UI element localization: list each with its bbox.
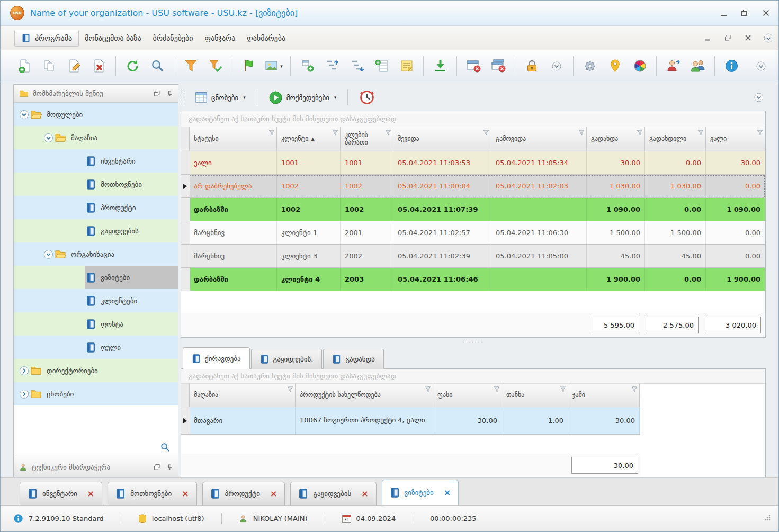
mdi-restore-icon[interactable] xyxy=(723,34,732,42)
filter-icon[interactable] xyxy=(180,54,202,78)
filter-funnel-icon[interactable] xyxy=(483,130,489,138)
close-tab-icon[interactable]: × xyxy=(182,490,189,498)
menu-window[interactable]: ფანჯარა xyxy=(199,30,241,46)
info-icon[interactable] xyxy=(13,513,23,524)
new-document-icon[interactable] xyxy=(13,54,35,78)
tree-item-inventory[interactable]: ინვენტარი xyxy=(14,149,178,173)
add-subtree-icon[interactable] xyxy=(296,54,318,78)
edit-icon[interactable] xyxy=(63,54,85,78)
settings-icon[interactable] xyxy=(579,54,601,78)
lock-icon[interactable] xyxy=(521,54,543,78)
add-record-icon[interactable] xyxy=(371,54,393,78)
expand-node-icon[interactable] xyxy=(19,389,29,399)
export-icon[interactable] xyxy=(429,54,451,78)
filter-funnel-icon[interactable] xyxy=(287,386,293,394)
tree-item-modules[interactable]: მოდულები xyxy=(14,103,178,126)
tree-search-icon[interactable] xyxy=(160,442,171,455)
schedule-clock-button[interactable] xyxy=(355,87,379,108)
expand-node-icon[interactable] xyxy=(19,366,29,376)
restore-icon[interactable] xyxy=(740,9,749,17)
tree-item-reports[interactable]: ცნობები xyxy=(14,382,178,405)
panel-restore-icon[interactable] xyxy=(153,89,161,98)
tree-item-clients[interactable]: კლიენტები xyxy=(14,289,178,312)
menu-database[interactable]: მონაცემთა ბაზა xyxy=(79,30,147,46)
filter-funnel-icon[interactable] xyxy=(697,130,704,138)
collapse-node-icon[interactable] xyxy=(43,249,53,259)
flag-icon[interactable] xyxy=(238,54,260,78)
actions-dropdown-button[interactable]: მოქმედებები▾ xyxy=(264,88,341,107)
panel-splitter[interactable]: ······· xyxy=(181,338,766,346)
filter-funnel-icon[interactable] xyxy=(578,130,585,138)
tree-item-directories[interactable]: დირექტორიები xyxy=(14,359,178,382)
refresh-icon[interactable] xyxy=(121,54,144,78)
close-tab-icon[interactable]: × xyxy=(444,489,451,497)
column-header-amount[interactable]: თანხა xyxy=(502,384,568,407)
toolbar-customize-icon[interactable] xyxy=(750,54,772,78)
column-header-payment[interactable]: გადახდა xyxy=(587,127,645,151)
column-header-product-name[interactable]: პროდუქტის სახელწოდება xyxy=(296,384,433,407)
column-header-total[interactable]: ჯამი xyxy=(568,384,640,407)
tree-item-money[interactable]: ფული xyxy=(14,336,178,359)
column-header-status[interactable]: სტატუსი xyxy=(190,127,277,151)
image-icon[interactable]: ▾ xyxy=(263,54,285,78)
detail-row-selected[interactable]: მთავარი 10067 ზოგიერთი პროდუქტი 4, ცალი … xyxy=(181,407,640,435)
filter-funnel-icon[interactable] xyxy=(332,130,338,138)
filter-funnel-icon[interactable] xyxy=(268,130,275,138)
filter-funnel-icon[interactable] xyxy=(560,386,566,394)
close-tab-icon[interactable]: × xyxy=(361,490,368,498)
close-all-windows-icon[interactable] xyxy=(487,54,509,78)
close-icon[interactable] xyxy=(762,9,770,17)
search-icon[interactable] xyxy=(146,54,168,78)
tree-item-requests[interactable]: მოთხოვნები xyxy=(14,173,178,196)
filter-funnel-icon[interactable] xyxy=(631,386,638,394)
tree-item-sales[interactable]: გაყიდვების xyxy=(14,219,178,242)
menu-program[interactable]: პროგრამა xyxy=(14,30,79,47)
menu-help[interactable]: დახმარება xyxy=(241,30,291,46)
close-tab-icon[interactable]: × xyxy=(270,490,277,498)
filter-funnel-icon[interactable] xyxy=(385,130,391,138)
info-icon[interactable] xyxy=(720,54,742,78)
tree-item-organization[interactable]: ორგანიზაცია xyxy=(14,242,178,266)
table-row[interactable]: დარბაზში 1002 1002 05.04.2021 11:07:39 1… xyxy=(181,198,765,221)
tree-item-product[interactable]: პროდუქტი xyxy=(14,196,178,219)
dropdown-circle-icon[interactable] xyxy=(545,54,568,78)
expand-tree-icon[interactable] xyxy=(321,54,343,78)
support-panel-header[interactable]: ტექნიკური მხარდაჭერა xyxy=(14,457,178,477)
doc-tab-sales[interactable]: გაყიდვების× xyxy=(290,482,376,505)
collapse-node-icon[interactable] xyxy=(43,133,53,143)
tree-item-mail[interactable]: ფოსტა xyxy=(14,312,178,336)
column-header-paid[interactable]: გადახდილი xyxy=(645,127,706,151)
column-header-price[interactable]: ფასი xyxy=(433,384,502,407)
mdi-close-icon[interactable] xyxy=(744,34,752,42)
resize-grip[interactable] xyxy=(764,513,771,524)
close-window-icon[interactable] xyxy=(462,54,485,78)
filter-funnel-icon[interactable] xyxy=(637,130,643,138)
filter-funnel-icon[interactable] xyxy=(425,386,431,394)
delete-icon[interactable] xyxy=(88,54,110,78)
collapse-tree-icon[interactable] xyxy=(346,54,368,78)
tree-item-visits[interactable]: ვიზიტები xyxy=(14,266,178,289)
close-tab-icon[interactable]: × xyxy=(87,490,94,498)
table-row[interactable]: მარცხნივ კლიენტი 1 2001 05.04.2021 11:02… xyxy=(181,221,765,245)
doc-tab-inventory[interactable]: ინვენტარი× xyxy=(20,482,102,505)
mdi-minimize-icon[interactable] xyxy=(703,34,712,42)
tab-rentals[interactable]: ქირავდება xyxy=(183,347,250,369)
calendar-icon[interactable]: 31 xyxy=(342,514,351,523)
toolbar-drag-handle[interactable] xyxy=(182,89,184,105)
column-header-store[interactable]: მაღაზია xyxy=(190,384,296,407)
panel-pin-icon[interactable] xyxy=(165,89,174,98)
doc-tab-product[interactable]: პროდუქტი× xyxy=(202,482,285,505)
reports-dropdown-button[interactable]: ცნობები▾ xyxy=(191,89,250,106)
change-user-icon[interactable] xyxy=(662,54,684,78)
panel-restore-icon[interactable] xyxy=(153,463,161,472)
location-icon[interactable] xyxy=(604,54,626,78)
filter-funnel-icon[interactable] xyxy=(494,386,500,394)
menubar-customize-icon[interactable] xyxy=(764,34,772,42)
column-header-club-card[interactable]: კლუბის ბარათი xyxy=(341,127,393,151)
grid-customize-icon[interactable] xyxy=(754,93,763,102)
column-header-entered[interactable]: შევიდა xyxy=(393,127,491,151)
menu-commands[interactable]: ბრძანებები xyxy=(147,30,199,46)
column-header-client[interactable]: კლიენტი▲ xyxy=(277,127,341,151)
filter-settings-icon[interactable] xyxy=(204,54,227,78)
doc-tab-visits[interactable]: ვიზიტები× xyxy=(382,480,459,505)
